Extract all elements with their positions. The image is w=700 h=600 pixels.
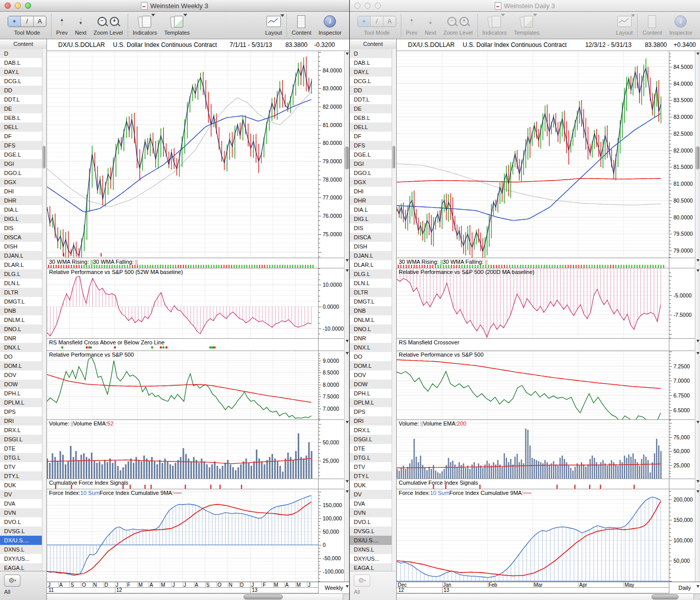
- panel-menu-icon[interactable]: [346, 421, 349, 423]
- list-item[interactable]: DIS: [0, 223, 42, 233]
- list-item[interactable]: DIA.L: [0, 205, 42, 214]
- panel-menu-icon[interactable]: [346, 269, 349, 272]
- close-button[interactable]: [5, 3, 11, 9]
- list-item[interactable]: DXNS.L: [0, 545, 42, 554]
- list-item[interactable]: DDT.L: [350, 95, 392, 104]
- list-item[interactable]: DVO.L: [0, 517, 42, 527]
- list-item[interactable]: DPS: [350, 407, 392, 416]
- list-item[interactable]: DISCA: [0, 233, 42, 242]
- list-item[interactable]: DOW: [350, 380, 392, 389]
- list-item[interactable]: DTE: [350, 444, 392, 453]
- indicators-icon[interactable]: [138, 15, 152, 28]
- layout-button[interactable]: Layout: [265, 14, 282, 36]
- list-item[interactable]: DIG.L: [350, 214, 392, 223]
- timeframe-select[interactable]: Weekly: [318, 582, 349, 593]
- list-item[interactable]: DTV: [0, 462, 42, 471]
- list-item[interactable]: DMGT.L: [0, 297, 42, 306]
- panel-menu-icon[interactable]: [696, 490, 699, 493]
- list-item[interactable]: DCG.L: [0, 77, 42, 86]
- list-item[interactable]: DUK: [0, 481, 42, 490]
- list-item[interactable]: D: [350, 49, 392, 58]
- list-item[interactable]: DTE: [0, 444, 42, 453]
- zoom-out-icon[interactable]: −: [98, 17, 107, 26]
- list-item[interactable]: DVN: [350, 508, 392, 517]
- timeframe-select[interactable]: Daily: [669, 582, 700, 593]
- close-button[interactable]: [354, 3, 360, 9]
- list-item[interactable]: DOV: [0, 370, 42, 380]
- panel-menu-icon[interactable]: [696, 340, 699, 342]
- list-item[interactable]: DE: [0, 104, 42, 113]
- list-item[interactable]: DVSG.L: [350, 527, 392, 536]
- panel-scrollbar-thumb[interactable]: [695, 146, 699, 169]
- list-item[interactable]: DNLM.L: [0, 315, 42, 324]
- list-item[interactable]: DF: [0, 132, 42, 141]
- list-item[interactable]: DVSG.L: [0, 527, 42, 536]
- panel-menu-icon[interactable]: [346, 352, 349, 355]
- list-item[interactable]: DNX.L: [0, 343, 42, 352]
- list-item[interactable]: DISH: [0, 242, 42, 251]
- list-item[interactable]: DOW: [0, 380, 42, 389]
- minimize-button[interactable]: [365, 3, 371, 9]
- list-item[interactable]: DNO.L: [0, 324, 42, 334]
- list-item[interactable]: DFS: [350, 141, 392, 150]
- list-item[interactable]: DUK: [350, 481, 392, 490]
- list-item[interactable]: EAGA.L: [350, 563, 392, 571]
- horizontal-scrollbar-thumb[interactable]: [651, 594, 679, 599]
- list-item[interactable]: DEB.L: [350, 113, 392, 122]
- list-item[interactable]: DELL: [350, 122, 392, 132]
- list-item[interactable]: DNB: [0, 306, 42, 315]
- resize-grip[interactable]: [693, 594, 700, 600]
- panel-menu-icon[interactable]: [696, 352, 699, 355]
- tool-mode-seg-0[interactable]: +: [358, 16, 370, 27]
- content-button[interactable]: Content: [292, 14, 311, 36]
- list-item[interactable]: DVO.L: [350, 517, 392, 527]
- list-item[interactable]: DVN: [0, 508, 42, 517]
- list-item[interactable]: DLTR: [350, 288, 392, 297]
- list-item[interactable]: DVA: [0, 499, 42, 508]
- next-button[interactable]: ⋮▼Next: [75, 14, 87, 36]
- panel-menu-icon[interactable]: [346, 259, 349, 262]
- list-item[interactable]: DGE.L: [0, 150, 42, 159]
- list-item[interactable]: DRI: [0, 416, 42, 426]
- list-item[interactable]: DPLM.L: [350, 398, 392, 407]
- list-item[interactable]: DTG.L: [0, 453, 42, 462]
- list-item[interactable]: DHR: [350, 196, 392, 205]
- list-item[interactable]: DPH.L: [0, 389, 42, 398]
- list-item[interactable]: DTV: [350, 462, 392, 471]
- list-item[interactable]: DIG.L: [0, 214, 42, 223]
- templates-button[interactable]: Templates: [514, 14, 539, 36]
- list-item[interactable]: EAGA.L: [0, 563, 42, 571]
- list-item[interactable]: DJAN.L: [0, 251, 42, 260]
- tool-mode-seg-2[interactable]: A: [383, 16, 396, 27]
- list-item[interactable]: DGO.L: [0, 168, 42, 178]
- tool-mode-seg-1[interactable]: /: [20, 16, 33, 27]
- list-item[interactable]: DGE.L: [350, 150, 392, 159]
- sidebar-scrollbar-thumb[interactable]: [42, 146, 45, 168]
- horizontal-scrollbar[interactable]: [397, 593, 700, 600]
- list-item[interactable]: DELL: [0, 122, 42, 132]
- list-item[interactable]: DVA: [350, 499, 392, 508]
- panel-scrollbar-thumb[interactable]: [345, 146, 349, 169]
- horizontal-scrollbar[interactable]: [47, 593, 349, 600]
- list-item[interactable]: DLN.L: [350, 279, 392, 288]
- list-item[interactable]: DD: [350, 86, 392, 95]
- list-item[interactable]: DLAR.L: [0, 260, 42, 269]
- list-item[interactable]: DV: [0, 490, 42, 499]
- list-item[interactable]: DO: [0, 352, 42, 361]
- list-item[interactable]: DEB.L: [0, 113, 42, 122]
- list-item[interactable]: DTY.L: [350, 471, 392, 481]
- tool-mode-segmented[interactable]: +/A: [357, 16, 396, 27]
- list-item[interactable]: DLG.L: [350, 269, 392, 279]
- list-item[interactable]: DPS: [0, 407, 42, 416]
- list-item[interactable]: DHI: [350, 187, 392, 196]
- list-item[interactable]: DSGI.L: [350, 435, 392, 444]
- panel-menu-icon[interactable]: [696, 259, 699, 262]
- zoom-out-icon[interactable]: −: [447, 17, 456, 26]
- list-item[interactable]: DPH.L: [350, 389, 392, 398]
- panel-scrollbar[interactable]: [344, 51, 349, 582]
- list-item[interactable]: D: [0, 49, 42, 58]
- inspector-button[interactable]: iInspector: [669, 14, 692, 36]
- list-item[interactable]: DV: [350, 490, 392, 499]
- list-item[interactable]: DF: [350, 132, 392, 141]
- list-item[interactable]: DIS: [350, 223, 392, 233]
